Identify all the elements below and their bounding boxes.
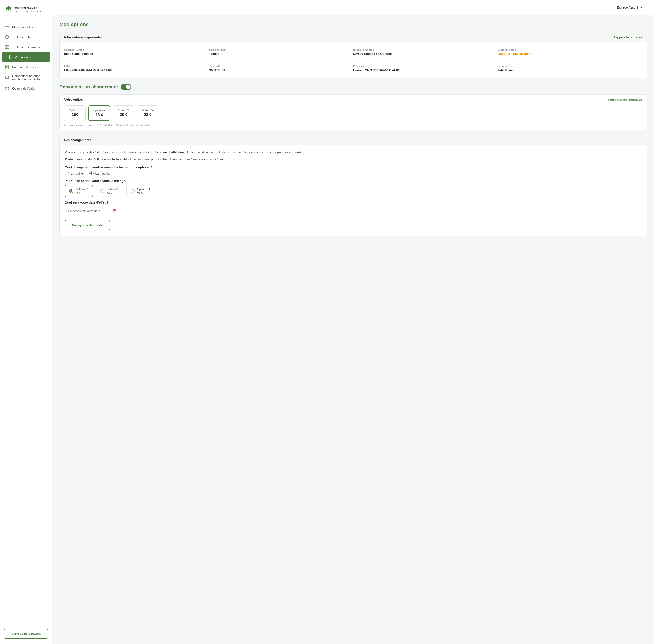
info-cell-option: Choix de l'option Option 2 / 18€ par moi…: [498, 47, 642, 58]
info-cell-iban: IBAN FR76 3006 6109 3750 2015 6574 122: [64, 63, 209, 74]
changements-card: Les changements Vous avez la possibilité…: [59, 135, 647, 236]
change-toggle[interactable]: [121, 84, 131, 90]
main: Espace Assuré ▼ Mes options Informations…: [52, 0, 654, 644]
logo-title: GREEN SANTÉ: [15, 6, 44, 10]
logo-subtitle: LE 1ER COURTIER ENGAGÉ: [15, 10, 44, 13]
change-option-4-price: +5 €: [137, 191, 150, 194]
info-cell-niveaux: Niveaux & Options Niveau Engagé / 4 Opti…: [353, 47, 498, 58]
nav-label-obtenir-aide: Obtenir de l'aide: [12, 87, 34, 90]
option-box-4-price: 23 €: [142, 113, 153, 117]
svg-rect-3: [7, 27, 9, 29]
sidebar-item-demander-prise-en-charge[interactable]: Demander une priseen charge hospitalière: [0, 72, 52, 84]
nav-label-tableau-de-bord: Tableau de bord: [12, 36, 34, 39]
logo-icon: [4, 5, 13, 14]
nav-label-mes-options: Mes options: [15, 55, 31, 59]
info-value-debiteur: Julie Perier: [498, 68, 639, 72]
sidebar-footer: Carte de tiers payant: [0, 625, 52, 644]
radio-modifier[interactable]: La modifier: [90, 171, 111, 176]
info-value-option: Option 2 / 18€ par mois: [498, 52, 639, 55]
info-cell-debiteur: Débiteur Julie Perier: [498, 63, 642, 74]
question2-label: Par quelle option voulez-vous la changer…: [65, 179, 641, 183]
option-box-3[interactable]: Option n°3 20 €: [113, 106, 134, 121]
options-grid: Option n°1 15€ Option n°2 18 € Option n°…: [60, 105, 647, 123]
option-box-3-label: Option n°3: [118, 109, 129, 112]
rappels-importants-link[interactable]: Rappels importants: [613, 36, 642, 39]
question3-label: Quel sera votre date d'effet ?: [65, 201, 641, 204]
radio-resilier[interactable]: La résilier: [65, 171, 84, 176]
change-options-grid: Option n°1 -3 € Option n°3 +2 €: [65, 185, 641, 197]
table-icon: [4, 45, 9, 49]
change-option-3-label: Option n°3: [106, 188, 119, 191]
radio-modifier-circle[interactable]: [90, 171, 94, 176]
option-box-2[interactable]: Option n°2 18 €: [88, 106, 110, 121]
option-box-1[interactable]: Option n°1 15€: [64, 106, 86, 121]
radio-resilier-circle[interactable]: [65, 171, 69, 176]
chart-icon: [4, 34, 9, 40]
comparer-garanties-link[interactable]: Comparer les garanties: [608, 98, 642, 101]
doc-icon: [4, 65, 9, 70]
info-value-iban: FR76 3006 6109 3750 2015 6574 122: [64, 68, 206, 72]
info-label-debiteur: Débiteur: [498, 65, 639, 68]
info-value-structure: Isolé / Duo / Famille: [64, 52, 206, 55]
option-box-4-label: Option n°4: [142, 109, 153, 112]
svg-rect-1: [7, 25, 9, 26]
votre-option-title: Votre option: [64, 98, 83, 101]
tiers-payant-button[interactable]: Carte de tiers payant: [4, 629, 48, 639]
svg-rect-5: [5, 46, 9, 49]
changements-header: Les changements: [60, 135, 647, 145]
sidebar-nav: Mes informations Tableau de bord Tableau…: [0, 18, 52, 625]
sidebar-item-obtenir-aide[interactable]: Obtenir de l'aide: [0, 84, 52, 93]
question1-label: Quel changement voulez-vous effectuer su…: [65, 165, 641, 169]
info-value-niveaux: Niveau Engagé / 4 Options: [353, 52, 495, 55]
info-label-iban: IBAN: [64, 65, 206, 68]
sidebar-item-mes-informations[interactable]: Mes informations: [0, 22, 52, 32]
sidebar-item-faire-une-demande[interactable]: Faire une demande: [0, 62, 52, 72]
info-cell-structure: Structure Tarifaire Isolé / Duo / Famill…: [64, 47, 209, 58]
change-option-1-label: Option n°1: [76, 188, 89, 191]
sidebar-item-mes-options[interactable]: Mes options: [2, 52, 50, 62]
date-input[interactable]: [65, 207, 119, 215]
pmss-note: Les cotisations sont assises sur le PMSS…: [60, 123, 647, 130]
change-option-box-4[interactable]: Option n°4 +5 €: [126, 185, 154, 197]
radio-group-1: La résilier La modifier: [65, 171, 641, 176]
info-label-option: Choix de l'option: [498, 48, 639, 51]
info-value-bic: CMCIFRKK: [209, 68, 350, 72]
sidebar-item-tableau-de-bord[interactable]: Tableau de bord: [0, 32, 52, 42]
chevron-down-icon: ▼: [640, 6, 643, 9]
change-option-1-info: Option n°1 -3 €: [76, 188, 89, 194]
svg-point-15: [7, 89, 7, 90]
nav-label-faire-une-demande: Faire une demande: [12, 65, 39, 69]
info-label-bic: Numéro BIC: [209, 65, 350, 68]
option-box-2-price: 18 €: [93, 113, 105, 117]
nav-label-mes-informations: Mes informations: [12, 25, 35, 29]
change-option-3-price: +2 €: [106, 191, 119, 194]
sidebar-item-tableau-des-garanties[interactable]: Tableau des garanties: [0, 42, 52, 52]
espace-assure-button[interactable]: Espace Assuré ▼: [613, 3, 647, 12]
change-option-4-radio[interactable]: [131, 189, 135, 193]
change-section-title: Demander un changement: [59, 84, 647, 90]
change-option-1-radio[interactable]: [69, 189, 73, 193]
votre-option-header: Votre option Comparer les garanties: [60, 94, 647, 105]
nav-label-demander-prise-en-charge: Demander une priseen charge hospitalière: [12, 74, 43, 81]
date-field-wrapper: 📅: [65, 207, 119, 215]
info-card-title: Informations importantes: [64, 36, 103, 39]
info-cell-bic: Numéro BIC CMCIFRKK: [209, 63, 353, 74]
change-option-3-radio[interactable]: [100, 189, 104, 193]
send-button[interactable]: Envoyer la demande: [65, 220, 110, 230]
info-cell-affiliation: Type d'affiliation Famille: [209, 47, 353, 58]
info-value-creancier: Henner-GMC / FR56AAA414162: [353, 68, 495, 72]
info-label-niveaux: Niveaux & Options: [353, 48, 495, 51]
topbar: Espace Assuré ▼: [52, 0, 654, 15]
info-label-creancier: Créancier: [353, 65, 495, 68]
info-label-affiliation: Type d'affiliation: [209, 48, 350, 51]
info-card: Informations importantes Rappels importa…: [59, 32, 647, 78]
help-icon: [4, 86, 9, 91]
option-box-4[interactable]: Option n°4 23 €: [137, 106, 158, 121]
change-option-box-3[interactable]: Option n°3 +2 €: [96, 185, 124, 197]
page-title: Mes options: [59, 22, 647, 27]
info-grid-row1: Structure Tarifaire Isolé / Duo / Famill…: [60, 43, 647, 60]
radio-resilier-label: La résilier: [71, 172, 84, 175]
change-option-3-info: Option n°3 +2 €: [106, 188, 119, 194]
changements-body: Vous avez la possibilité de résilier vot…: [60, 145, 647, 236]
change-option-box-1[interactable]: Option n°1 -3 €: [65, 185, 93, 197]
